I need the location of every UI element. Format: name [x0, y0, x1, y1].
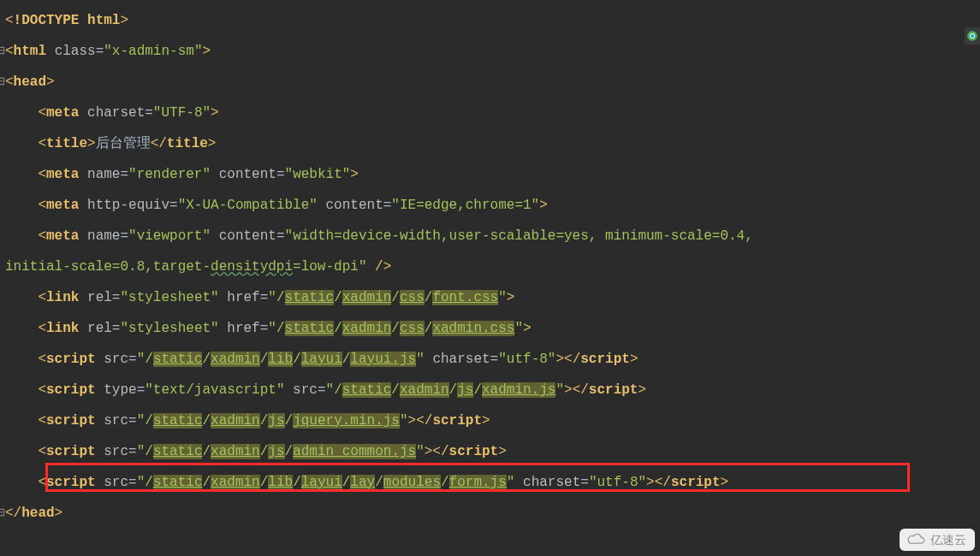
code-line: <title>后台管理</title>	[0, 128, 980, 159]
code-line: ⊟<html class="x-admin-sm">	[0, 36, 980, 67]
code-editor[interactable]: <!DOCTYPE html> ⊟<html class="x-admin-sm…	[0, 0, 980, 529]
code-line: <meta name="renderer" content="webkit">	[0, 159, 980, 190]
code-line: <meta charset="UTF-8">	[0, 98, 980, 128]
chrome-icon	[965, 27, 980, 44]
code-line: <link rel="stylesheet" href="/static/xad…	[0, 282, 980, 313]
code-line: <script src="/static/xadmin/lib/layui/la…	[0, 344, 980, 375]
code-line: <meta name="viewport" content="width=dev…	[0, 221, 980, 251]
code-line: <meta http-equiv="X-UA-Compatible" conte…	[0, 190, 980, 221]
code-line: <script src="/static/xadmin/js/admin_com…	[0, 436, 980, 467]
code-line: <!DOCTYPE html>	[0, 5, 980, 36]
code-line: ⊟</head>	[0, 498, 980, 529]
code-line: <link rel="stylesheet" href="/static/xad…	[0, 313, 980, 344]
code-line: <script src="/static/xadmin/js/jquery.mi…	[0, 405, 980, 436]
fold-end-icon[interactable]: ⊟	[0, 498, 5, 529]
code-line: ⊟<head>	[0, 67, 980, 98]
fold-icon[interactable]: ⊟	[0, 67, 5, 98]
code-line: initial-scale=0.8,target-densitydpi=low-…	[0, 251, 980, 282]
fold-icon[interactable]: ⊟	[0, 36, 5, 67]
svg-point-2	[971, 34, 974, 38]
cloud-icon	[906, 532, 925, 547]
code-line: <script src="/static/xadmin/lib/layui/la…	[0, 467, 980, 498]
watermark-text: 亿速云	[930, 534, 966, 546]
code-line: <script type="text/javascript" src="/sta…	[0, 375, 980, 405]
watermark: 亿速云	[900, 529, 975, 551]
